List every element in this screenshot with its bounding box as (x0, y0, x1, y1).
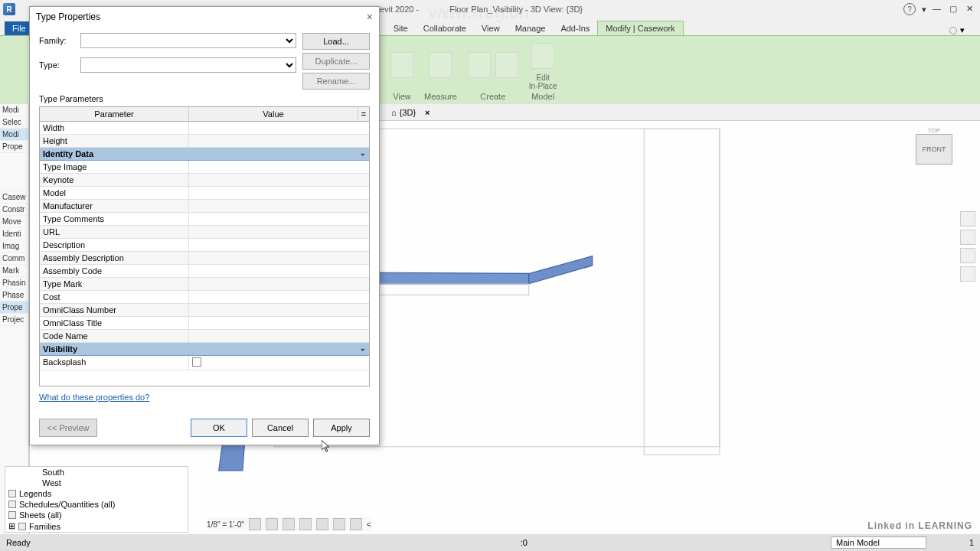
scale-value[interactable]: 1/8" = 1'-0" (207, 520, 244, 529)
lp-modify[interactable]: Modi (0, 104, 28, 116)
lp-mark[interactable]: Mark (0, 265, 28, 277)
cube-top[interactable]: TOP (903, 127, 965, 134)
browser-south[interactable]: South (5, 467, 188, 478)
col-parameter[interactable]: Parameter (40, 107, 189, 121)
view-icon[interactable] (390, 52, 413, 78)
family-select[interactable] (80, 33, 296, 48)
browser-legends[interactable]: Legends (5, 488, 188, 499)
shadow-icon[interactable] (299, 518, 312, 530)
row-omni-num[interactable]: OmniClass Number (40, 304, 189, 316)
help-link[interactable]: What do these properties do? (39, 393, 149, 402)
lp-comm[interactable]: Comm (0, 253, 28, 265)
tab-close[interactable]: × (425, 108, 430, 117)
chevron-left-icon[interactable]: < (367, 520, 371, 529)
tab-3d[interactable]: ⌂ {3D} (391, 108, 416, 117)
val-height[interactable] (189, 135, 369, 147)
lp-constr[interactable]: Constr (0, 204, 28, 216)
lp-phasing[interactable]: Phasin (0, 277, 28, 289)
browser-sheets[interactable]: Sheets (all) (5, 510, 188, 520)
measure-icon[interactable] (429, 52, 452, 78)
param-scroll[interactable]: Width Height Identity Data⌄ Type Image K… (40, 122, 369, 386)
row-url[interactable]: URL (40, 226, 189, 238)
filter-icon[interactable] (942, 536, 954, 549)
row-cost[interactable]: Cost (40, 291, 189, 303)
row-model[interactable]: Model (40, 187, 189, 199)
row-height[interactable]: Height (40, 135, 189, 147)
preview-button[interactable]: << Preview (39, 419, 97, 437)
row-type-comments[interactable]: Type Comments (40, 213, 189, 225)
dropdown-icon[interactable]: ▾ (922, 5, 926, 15)
apply-button[interactable]: Apply (313, 419, 370, 437)
tab-modify-casework[interactable]: Modify | Casework (597, 21, 683, 35)
lp-phase[interactable]: Phase (0, 289, 28, 302)
col-eq[interactable]: = (358, 107, 369, 121)
project-browser[interactable]: South West Legends Schedules/Quantities … (5, 466, 188, 533)
tab-addins[interactable]: Add-Ins (553, 21, 597, 35)
collapse-icon[interactable]: ⌄ (360, 149, 366, 157)
tab-collaborate[interactable]: Collaborate (416, 21, 474, 35)
backsplash-checkbox[interactable] (192, 357, 201, 367)
browser-schedules[interactable]: Schedules/Quantities (all) (5, 499, 188, 510)
row-backsplash[interactable]: Backsplash (40, 356, 189, 370)
nav-pan-icon[interactable] (960, 230, 975, 245)
cube-front[interactable]: FRONT (916, 134, 952, 165)
render-icon[interactable] (316, 518, 328, 530)
row-code-name[interactable]: Code Name (40, 330, 189, 342)
row-assembly-code[interactable]: Assembly Code (40, 265, 189, 277)
row-keynote[interactable]: Keynote (40, 174, 189, 186)
row-description[interactable]: Description (40, 239, 189, 251)
main-model-select[interactable]: Main Model (831, 536, 926, 549)
row-width[interactable]: Width (40, 122, 189, 134)
record-control[interactable]: ▾ (934, 25, 980, 35)
detail-icon[interactable] (249, 518, 261, 530)
lp-select[interactable]: Selec (0, 116, 28, 129)
dialog-close-icon[interactable]: × (367, 11, 373, 23)
val-backsplash[interactable] (189, 356, 369, 370)
nav-wheel-icon[interactable] (960, 211, 975, 227)
ok-button[interactable]: OK (191, 419, 247, 437)
nav-zoom-icon[interactable] (960, 248, 975, 263)
tab-manage[interactable]: Manage (508, 21, 554, 35)
tab-site[interactable]: Site (386, 21, 416, 35)
sun-icon[interactable] (283, 518, 295, 530)
minimize-button[interactable]: — (933, 4, 943, 15)
visual-style-icon[interactable] (266, 518, 278, 530)
browser-families[interactable]: ⊞Families (5, 520, 188, 532)
close-button[interactable]: ✕ (966, 4, 977, 15)
help-icon[interactable]: ? (903, 3, 916, 15)
nav-cube[interactable]: TOP FRONT (903, 127, 965, 181)
group-visibility[interactable]: Visibility⌄ (40, 343, 369, 356)
hide-icon[interactable] (350, 518, 362, 530)
type-select[interactable] (80, 57, 296, 73)
lp-properties[interactable]: Prope (0, 302, 28, 314)
group-identity-data[interactable]: Identity Data⌄ (40, 148, 369, 161)
col-value[interactable]: Value (189, 107, 358, 121)
lp-casework[interactable]: Casew (0, 191, 28, 204)
lp-props[interactable]: Prope (0, 141, 28, 153)
lp-moves[interactable]: Move (0, 216, 28, 228)
row-manufacturer[interactable]: Manufacturer (40, 200, 189, 212)
val-width[interactable] (189, 122, 369, 134)
edit-inplace-icon[interactable] (531, 43, 554, 69)
lp-project[interactable]: Projec (0, 314, 28, 326)
lp-modify2[interactable]: Modi (0, 129, 28, 141)
lp-identity[interactable]: Identi (0, 228, 28, 240)
lp-image[interactable]: Imag (0, 240, 28, 253)
cancel-button[interactable]: Cancel (252, 419, 309, 437)
rename-button[interactable]: Rename... (302, 73, 370, 90)
create-icon-2[interactable] (495, 52, 518, 78)
row-type-mark[interactable]: Type Mark (40, 278, 189, 290)
load-button[interactable]: Load... (302, 33, 370, 50)
maximize-button[interactable]: ▢ (949, 4, 960, 15)
browser-west[interactable]: West (5, 478, 188, 488)
crop-icon[interactable] (333, 518, 345, 530)
collapse-icon[interactable]: ⌄ (360, 344, 366, 352)
row-assembly-desc[interactable]: Assembly Description (40, 252, 189, 264)
create-icon[interactable] (468, 52, 491, 78)
dialog-titlebar[interactable]: Type Properties × (30, 7, 379, 27)
tab-view[interactable]: View (474, 21, 508, 35)
duplicate-button[interactable]: Duplicate... (302, 53, 370, 70)
row-omni-title[interactable]: OmniClass Title (40, 317, 189, 329)
row-type-image[interactable]: Type Image (40, 161, 189, 173)
nav-orbit-icon[interactable] (960, 266, 975, 282)
